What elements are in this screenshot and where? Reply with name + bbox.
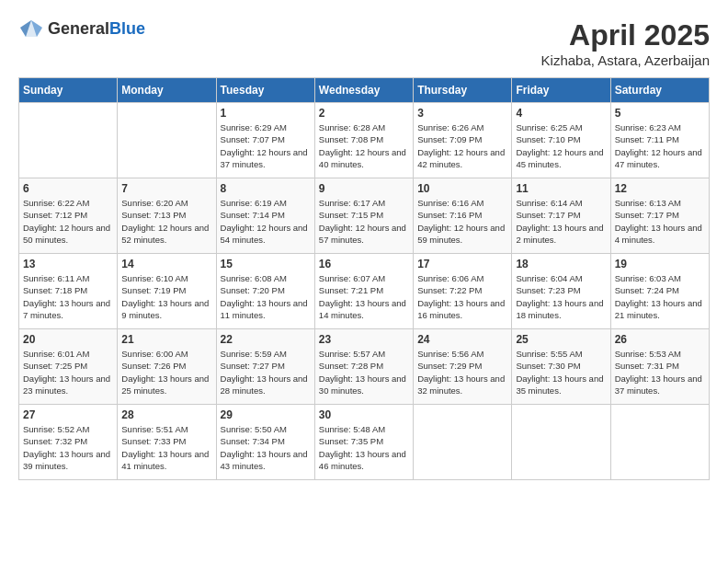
calendar-cell: 24Sunrise: 5:56 AM Sunset: 7:29 PM Dayli…	[414, 329, 512, 405]
calendar-cell: 16Sunrise: 6:07 AM Sunset: 7:21 PM Dayli…	[314, 254, 413, 329]
cell-info: Sunrise: 6:17 AM Sunset: 7:15 PM Dayligh…	[319, 197, 409, 246]
calendar-cell	[118, 103, 216, 178]
cell-info: Sunrise: 6:03 AM Sunset: 7:24 PM Dayligh…	[615, 272, 705, 321]
calendar-cell	[512, 405, 610, 480]
location-title: Kizhaba, Astara, Azerbaijan	[541, 52, 710, 68]
logo-general: General	[48, 19, 109, 39]
calendar-week-row: 20Sunrise: 6:01 AM Sunset: 7:25 PM Dayli…	[19, 329, 710, 405]
day-number: 28	[121, 408, 211, 421]
day-number: 13	[23, 258, 113, 270]
cell-info: Sunrise: 6:19 AM Sunset: 7:14 PM Dayligh…	[221, 197, 311, 246]
logo-blue: Blue	[109, 19, 145, 39]
calendar-cell: 9Sunrise: 6:17 AM Sunset: 7:15 PM Daylig…	[314, 178, 413, 254]
day-header-sunday: Sunday	[19, 78, 118, 103]
day-number: 6	[23, 182, 113, 195]
calendar-cell: 27Sunrise: 5:52 AM Sunset: 7:32 PM Dayli…	[19, 405, 118, 480]
calendar-cell	[610, 405, 709, 480]
calendar-cell: 3Sunrise: 6:26 AM Sunset: 7:09 PM Daylig…	[414, 103, 512, 178]
calendar-cell: 17Sunrise: 6:06 AM Sunset: 7:22 PM Dayli…	[414, 254, 512, 329]
logo: General Blue	[18, 18, 145, 39]
calendar-cell: 21Sunrise: 6:00 AM Sunset: 7:26 PM Dayli…	[118, 329, 216, 405]
cell-info: Sunrise: 6:01 AM Sunset: 7:25 PM Dayligh…	[23, 348, 113, 396]
cell-info: Sunrise: 6:04 AM Sunset: 7:23 PM Dayligh…	[516, 272, 606, 321]
calendar-cell: 14Sunrise: 6:10 AM Sunset: 7:19 PM Dayli…	[118, 254, 216, 329]
day-header-friday: Friday	[512, 78, 610, 103]
day-number: 14	[121, 258, 211, 270]
calendar-cell: 26Sunrise: 5:53 AM Sunset: 7:31 PM Dayli…	[610, 329, 709, 405]
cell-info: Sunrise: 5:59 AM Sunset: 7:27 PM Dayligh…	[221, 348, 311, 396]
day-number: 24	[417, 333, 507, 346]
cell-info: Sunrise: 6:29 AM Sunset: 7:07 PM Dayligh…	[221, 121, 311, 170]
day-number: 4	[516, 107, 606, 120]
cell-info: Sunrise: 6:22 AM Sunset: 7:12 PM Dayligh…	[23, 197, 113, 246]
day-number: 27	[23, 408, 113, 421]
calendar-cell: 4Sunrise: 6:25 AM Sunset: 7:10 PM Daylig…	[512, 103, 610, 178]
calendar-cell: 13Sunrise: 6:11 AM Sunset: 7:18 PM Dayli…	[19, 254, 118, 329]
day-number: 30	[319, 408, 409, 421]
day-number: 21	[121, 333, 211, 346]
cell-info: Sunrise: 6:13 AM Sunset: 7:17 PM Dayligh…	[615, 197, 705, 246]
cell-info: Sunrise: 5:50 AM Sunset: 7:34 PM Dayligh…	[221, 423, 311, 472]
day-number: 23	[319, 333, 409, 346]
cell-info: Sunrise: 6:16 AM Sunset: 7:16 PM Dayligh…	[417, 197, 507, 246]
cell-info: Sunrise: 6:14 AM Sunset: 7:17 PM Dayligh…	[516, 197, 606, 246]
day-header-saturday: Saturday	[610, 78, 709, 103]
logo-icon	[18, 18, 44, 39]
calendar-cell: 11Sunrise: 6:14 AM Sunset: 7:17 PM Dayli…	[512, 178, 610, 254]
calendar-cell	[414, 405, 512, 480]
cell-info: Sunrise: 5:57 AM Sunset: 7:28 PM Dayligh…	[319, 348, 409, 396]
day-number: 18	[516, 258, 606, 270]
cell-info: Sunrise: 6:00 AM Sunset: 7:26 PM Dayligh…	[121, 348, 211, 396]
day-number: 26	[615, 333, 705, 346]
calendar-cell: 12Sunrise: 6:13 AM Sunset: 7:17 PM Dayli…	[610, 178, 709, 254]
calendar-cell: 1Sunrise: 6:29 AM Sunset: 7:07 PM Daylig…	[216, 103, 314, 178]
cell-info: Sunrise: 5:51 AM Sunset: 7:33 PM Dayligh…	[121, 423, 211, 472]
calendar-cell: 15Sunrise: 6:08 AM Sunset: 7:20 PM Dayli…	[216, 254, 314, 329]
calendar-cell: 2Sunrise: 6:28 AM Sunset: 7:08 PM Daylig…	[314, 103, 413, 178]
day-number: 25	[516, 333, 606, 346]
calendar-cell: 20Sunrise: 6:01 AM Sunset: 7:25 PM Dayli…	[19, 329, 118, 405]
day-number: 15	[221, 258, 311, 270]
calendar-cell: 5Sunrise: 6:23 AM Sunset: 7:11 PM Daylig…	[610, 103, 709, 178]
cell-info: Sunrise: 5:56 AM Sunset: 7:29 PM Dayligh…	[417, 348, 507, 396]
calendar-cell	[19, 103, 118, 178]
cell-info: Sunrise: 6:06 AM Sunset: 7:22 PM Dayligh…	[417, 272, 507, 321]
cell-info: Sunrise: 6:26 AM Sunset: 7:09 PM Dayligh…	[417, 121, 507, 170]
cell-info: Sunrise: 6:10 AM Sunset: 7:19 PM Dayligh…	[121, 272, 211, 321]
cell-info: Sunrise: 5:52 AM Sunset: 7:32 PM Dayligh…	[23, 423, 113, 472]
day-number: 3	[417, 107, 507, 120]
day-number: 17	[417, 258, 507, 270]
calendar-week-row: 6Sunrise: 6:22 AM Sunset: 7:12 PM Daylig…	[19, 178, 710, 254]
calendar-cell: 28Sunrise: 5:51 AM Sunset: 7:33 PM Dayli…	[118, 405, 216, 480]
day-number: 7	[121, 182, 211, 195]
calendar-cell: 10Sunrise: 6:16 AM Sunset: 7:16 PM Dayli…	[414, 178, 512, 254]
cell-info: Sunrise: 6:20 AM Sunset: 7:13 PM Dayligh…	[121, 197, 211, 246]
calendar-header-row: SundayMondayTuesdayWednesdayThursdayFrid…	[19, 78, 710, 103]
day-header-wednesday: Wednesday	[314, 78, 413, 103]
day-header-tuesday: Tuesday	[216, 78, 314, 103]
calendar-cell: 30Sunrise: 5:48 AM Sunset: 7:35 PM Dayli…	[314, 405, 413, 480]
calendar-week-row: 13Sunrise: 6:11 AM Sunset: 7:18 PM Dayli…	[19, 254, 710, 329]
calendar-cell: 6Sunrise: 6:22 AM Sunset: 7:12 PM Daylig…	[19, 178, 118, 254]
calendar-cell: 8Sunrise: 6:19 AM Sunset: 7:14 PM Daylig…	[216, 178, 314, 254]
day-header-thursday: Thursday	[414, 78, 512, 103]
cell-info: Sunrise: 6:08 AM Sunset: 7:20 PM Dayligh…	[221, 272, 311, 321]
day-number: 11	[516, 182, 606, 195]
day-number: 12	[615, 182, 705, 195]
cell-info: Sunrise: 6:11 AM Sunset: 7:18 PM Dayligh…	[23, 272, 113, 321]
calendar-cell: 25Sunrise: 5:55 AM Sunset: 7:30 PM Dayli…	[512, 329, 610, 405]
title-area: April 2025 Kizhaba, Astara, Azerbaijan	[541, 18, 710, 68]
calendar-cell: 29Sunrise: 5:50 AM Sunset: 7:34 PM Dayli…	[216, 405, 314, 480]
day-number: 20	[23, 333, 113, 346]
calendar-cell: 7Sunrise: 6:20 AM Sunset: 7:13 PM Daylig…	[118, 178, 216, 254]
cell-info: Sunrise: 6:28 AM Sunset: 7:08 PM Dayligh…	[319, 121, 409, 170]
day-number: 16	[319, 258, 409, 270]
day-number: 2	[319, 107, 409, 120]
cell-info: Sunrise: 5:48 AM Sunset: 7:35 PM Dayligh…	[319, 423, 409, 472]
cell-info: Sunrise: 5:55 AM Sunset: 7:30 PM Dayligh…	[516, 348, 606, 396]
calendar-cell: 23Sunrise: 5:57 AM Sunset: 7:28 PM Dayli…	[314, 329, 413, 405]
calendar-week-row: 27Sunrise: 5:52 AM Sunset: 7:32 PM Dayli…	[19, 405, 710, 480]
calendar-cell: 22Sunrise: 5:59 AM Sunset: 7:27 PM Dayli…	[216, 329, 314, 405]
day-number: 29	[221, 408, 311, 421]
page-header: General Blue April 2025 Kizhaba, Astara,…	[18, 18, 710, 68]
